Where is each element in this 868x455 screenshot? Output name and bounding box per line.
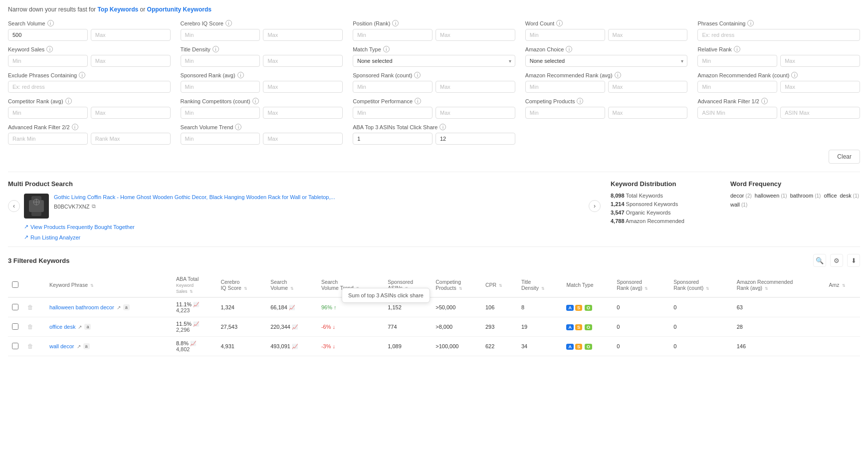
sv-trend-min[interactable] — [181, 133, 260, 145]
amazon-choice-info[interactable]: i — [566, 46, 572, 52]
amazon-rec-count-min[interactable] — [697, 81, 777, 93]
delete-row-btn[interactable]: 🗑 — [26, 322, 34, 331]
exclude-phrases-info[interactable]: i — [79, 72, 85, 78]
top-keywords-link[interactable]: Top Keywords — [97, 6, 138, 13]
position-rank-max[interactable] — [435, 29, 515, 41]
competitor-performance-max[interactable] — [435, 107, 515, 119]
exclude-phrases-input[interactable] — [8, 81, 171, 93]
relative-rank-min[interactable] — [697, 55, 777, 67]
aba-top3-info[interactable]: i — [439, 124, 446, 130]
col-sv-trend[interactable]: SearchVolume Trend ⇅ — [317, 273, 384, 297]
col-amz[interactable]: Amz ⇅ — [825, 273, 860, 297]
carousel-prev[interactable]: ‹ — [8, 200, 20, 212]
external-link-icon[interactable]: ↗ — [78, 324, 82, 330]
cerebro-iq-min[interactable] — [181, 29, 260, 41]
view-products-link[interactable]: ↗ View Products Frequently Bought Togeth… — [24, 224, 601, 230]
sv-trend-max[interactable] — [263, 133, 343, 145]
select-all-checkbox[interactable] — [12, 281, 18, 288]
delete-row-btn[interactable]: 🗑 — [26, 303, 34, 312]
match-type-info[interactable]: i — [383, 46, 390, 52]
advanced-rank-1-asin-min[interactable] — [697, 107, 777, 119]
col-keyword-phrase[interactable]: Keyword Phrase ⇅ — [45, 273, 172, 297]
competing-products-info[interactable]: i — [577, 98, 583, 104]
keyword-sales-info[interactable]: i — [46, 46, 53, 52]
phrases-containing-input[interactable] — [697, 29, 860, 41]
product-name[interactable]: Gothic Living Coffin Rack - Home Ghost W… — [54, 194, 585, 201]
word-count-info[interactable]: i — [556, 20, 563, 26]
sv-trend-info[interactable]: i — [235, 124, 241, 130]
advanced-rank-1-asin-max[interactable] — [780, 107, 860, 119]
amazon-rec-count-max[interactable] — [780, 81, 860, 93]
sponsored-rank-avg-info[interactable]: i — [237, 72, 244, 78]
keyword-sales-min[interactable] — [8, 55, 88, 67]
title-density-info[interactable]: i — [213, 46, 219, 52]
sponsored-rank-count-info[interactable]: i — [414, 72, 421, 78]
ranking-competitors-info[interactable]: i — [252, 98, 259, 104]
relative-rank-info[interactable]: i — [734, 46, 740, 52]
phrases-containing-info[interactable]: i — [747, 20, 754, 26]
external-link-icon[interactable]: ↗ — [77, 344, 81, 349]
ranking-competitors-max[interactable] — [263, 107, 343, 119]
keyword-link[interactable]: wall decor — [49, 343, 74, 349]
aba-top3-max[interactable] — [435, 133, 515, 145]
position-rank-min[interactable] — [353, 29, 433, 41]
keyword-sales-max[interactable] — [91, 55, 171, 67]
col-search-volume[interactable]: SearchVolume ⇅ — [266, 273, 317, 297]
amazon-rec-avg-max[interactable] — [608, 81, 688, 93]
copy-asin-icon[interactable]: ⧉ — [92, 203, 96, 210]
col-match-type[interactable]: Match Type — [562, 273, 613, 297]
advanced-rank-2-min[interactable] — [8, 133, 88, 145]
amazon-rec-avg-info[interactable]: i — [615, 72, 621, 78]
row-checkbox[interactable] — [12, 304, 18, 310]
col-amazon-rec-avg[interactable]: Amazon RecommendedRank (avg) ⇅ — [733, 273, 825, 297]
word-count-max[interactable] — [608, 29, 688, 41]
cerebro-iq-max[interactable] — [263, 29, 343, 41]
amazon-rec-avg-min[interactable] — [525, 81, 605, 93]
delete-row-btn[interactable]: 🗑 — [26, 342, 34, 351]
competitor-performance-min[interactable] — [353, 107, 433, 119]
row-checkbox[interactable] — [12, 323, 18, 330]
competing-products-max[interactable] — [608, 107, 688, 119]
competitor-rank-avg-max[interactable] — [91, 107, 171, 119]
search-volume-min[interactable] — [8, 29, 88, 41]
sponsored-rank-avg-min[interactable] — [181, 81, 260, 93]
position-rank-info[interactable]: i — [392, 20, 399, 26]
col-sponsored-avg[interactable]: SponsoredRank (avg) ⇅ — [613, 273, 669, 297]
amazon-choice-select[interactable]: None selected Yes No — [525, 55, 688, 67]
competitor-performance-info[interactable]: i — [415, 98, 421, 104]
competing-products-min[interactable] — [525, 107, 605, 119]
col-cerebro-iq[interactable]: CerebroIQ Score ⇅ — [217, 273, 266, 297]
amazon-rec-count-info[interactable]: i — [791, 72, 798, 78]
sponsored-rank-count-max[interactable] — [435, 81, 515, 93]
opportunity-keywords-link[interactable]: Opportunity Keywords — [147, 6, 212, 13]
settings-icon[interactable]: ⚙ — [830, 254, 843, 267]
cerebro-iq-info[interactable]: i — [225, 20, 232, 26]
search-volume-max[interactable] — [91, 29, 171, 41]
run-listing-link[interactable]: ↗ Run Listing Analyzer — [24, 234, 601, 240]
relative-rank-max[interactable] — [780, 55, 860, 67]
col-aba-total[interactable]: ABA TotalKeywordSales ⇅ Sum of top 3 ASI… — [172, 273, 217, 297]
col-sponsored-count[interactable]: SponsoredRank (count) ⇅ — [669, 273, 733, 297]
title-density-max[interactable] — [263, 55, 343, 67]
sponsored-rank-avg-max[interactable] — [263, 81, 343, 93]
external-link-icon[interactable]: ↗ — [117, 305, 121, 310]
advanced-rank-1-info[interactable]: i — [761, 98, 768, 104]
search-volume-info[interactable]: i — [47, 20, 54, 26]
sponsored-rank-count-min[interactable] — [353, 81, 433, 93]
col-cpr[interactable]: CPR ⇅ — [481, 273, 517, 297]
ranking-competitors-min[interactable] — [181, 107, 260, 119]
title-density-min[interactable] — [181, 55, 260, 67]
col-sponsored-asins[interactable]: SponsoredASINs ⇅ — [384, 273, 432, 297]
competitor-rank-avg-info[interactable]: i — [65, 98, 72, 104]
clear-button[interactable]: Clear — [829, 150, 860, 164]
col-competing-products[interactable]: CompetingProducts ⇅ — [432, 273, 481, 297]
competitor-rank-avg-min[interactable] — [8, 107, 88, 119]
col-title-density[interactable]: TitleDensity ⇅ — [517, 273, 562, 297]
keyword-link[interactable]: office desk — [49, 324, 75, 330]
keyword-link[interactable]: halloween bathroom decor — [49, 304, 114, 310]
word-count-min[interactable] — [525, 29, 605, 41]
aba-top3-min[interactable] — [353, 133, 433, 145]
match-type-select[interactable]: None selected Exact Broad Phrase — [353, 55, 515, 67]
carousel-next[interactable]: › — [589, 200, 601, 212]
search-icon[interactable]: 🔍 — [813, 254, 826, 267]
